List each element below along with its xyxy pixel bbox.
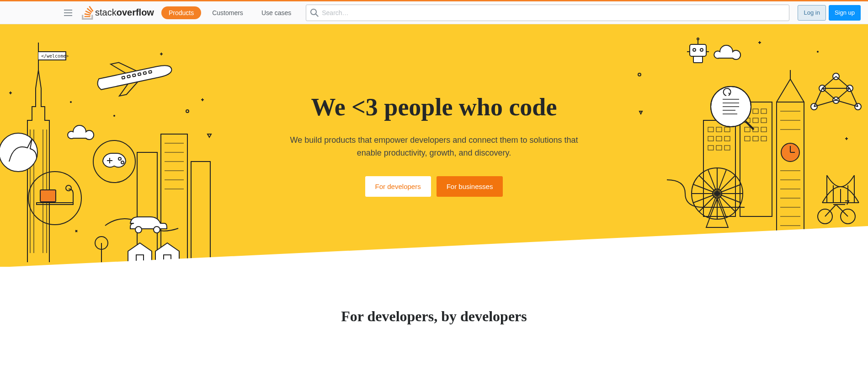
nav-customers[interactable]: Customers: [205, 6, 250, 19]
svg-rect-93: [724, 127, 730, 132]
svg-point-42: [700, 49, 703, 51]
hero-diagonal-cut: [0, 226, 868, 267]
svg-point-37: [70, 101, 72, 103]
svg-rect-91: [708, 127, 714, 132]
svg-rect-29: [149, 70, 152, 73]
svg-rect-78: [703, 120, 735, 216]
svg-point-44: [697, 38, 699, 40]
svg-rect-28: [143, 72, 146, 75]
svg-rect-80: [753, 109, 758, 113]
svg-point-51: [811, 103, 817, 110]
svg-point-9: [66, 185, 71, 191]
svg-rect-81: [761, 109, 767, 113]
svg-point-13: [118, 157, 121, 160]
logo-word-2: overflow: [117, 7, 154, 17]
svg-rect-27: [138, 73, 141, 76]
svg-rect-84: [761, 118, 767, 123]
svg-rect-92: [716, 127, 722, 132]
svg-rect-79: [745, 109, 750, 113]
svg-point-41: [693, 49, 696, 51]
hero-subtitle: We build products that empower developer…: [288, 134, 580, 160]
svg-point-14: [121, 161, 124, 164]
nav-usecases[interactable]: Use cases: [254, 6, 298, 19]
nav-products[interactable]: Products: [161, 6, 201, 19]
svg-point-127: [817, 51, 819, 53]
svg-line-113: [699, 175, 735, 212]
svg-rect-83: [753, 118, 758, 123]
svg-line-116: [708, 170, 726, 217]
svg-rect-88: [745, 136, 750, 141]
svg-rect-96: [724, 136, 730, 141]
svg-rect-97: [708, 146, 714, 150]
svg-rect-86: [753, 127, 758, 132]
svg-point-106: [711, 86, 751, 127]
section-title: For developers, by developers: [0, 308, 868, 325]
logo-word-1: stack: [95, 7, 117, 17]
svg-rect-99: [724, 146, 730, 150]
for-businesses-button[interactable]: For businesses: [437, 176, 503, 197]
hero: </welcome>: [0, 24, 868, 267]
search-container: [306, 5, 789, 21]
svg-point-38: [186, 110, 189, 113]
svg-rect-7: [37, 203, 73, 205]
header: stackoverflow Products Customers Use cas…: [0, 1, 868, 24]
svg-rect-62: [777, 102, 804, 239]
for-developers-section: For developers, by developers: [0, 267, 868, 343]
signup-button[interactable]: Sign up: [829, 5, 861, 21]
svg-point-5: [0, 133, 37, 172]
svg-rect-24: [122, 76, 125, 79]
svg-rect-95: [716, 136, 722, 141]
svg-line-59: [850, 88, 858, 107]
svg-line-61: [836, 100, 858, 107]
svg-rect-98: [716, 146, 722, 150]
svg-rect-40: [693, 56, 703, 63]
logo[interactable]: stackoverflow: [81, 6, 154, 20]
svg-point-48: [847, 85, 853, 92]
svg-point-100: [711, 86, 751, 127]
svg-rect-8: [40, 190, 56, 202]
svg-line-56: [822, 88, 836, 100]
svg-rect-87: [761, 127, 767, 132]
svg-line-117: [708, 170, 726, 217]
svg-line-57: [836, 88, 850, 100]
svg-point-108: [692, 168, 743, 219]
svg-rect-85: [745, 127, 750, 132]
for-developers-button[interactable]: For developers: [365, 176, 431, 197]
hero-title: We <3 people who code: [288, 93, 580, 121]
svg-point-124: [818, 209, 832, 224]
svg-rect-77: [740, 102, 772, 216]
svg-point-50: [833, 97, 839, 103]
svg-rect-90: [761, 136, 767, 141]
svg-marker-128: [0, 226, 868, 267]
svg-line-55: [836, 76, 850, 88]
svg-point-126: [638, 73, 641, 76]
svg-line-58: [814, 88, 822, 107]
welcome-flag-text: </welcome>: [41, 54, 69, 59]
login-button[interactable]: Log in: [798, 5, 825, 21]
svg-point-52: [855, 103, 861, 110]
svg-point-47: [819, 85, 825, 92]
svg-rect-26: [133, 74, 136, 77]
svg-point-36: [113, 115, 115, 117]
svg-line-112: [699, 175, 735, 212]
svg-line-54: [822, 76, 836, 88]
svg-rect-25: [127, 75, 130, 78]
svg-line-60: [814, 100, 836, 107]
svg-point-125: [841, 209, 855, 224]
svg-rect-39: [690, 44, 706, 56]
stackoverflow-icon: [81, 6, 94, 20]
svg-point-6: [28, 172, 81, 225]
search-input[interactable]: [306, 5, 789, 21]
menu-toggle[interactable]: [64, 7, 75, 18]
svg-rect-82: [745, 118, 750, 123]
svg-rect-89: [753, 136, 758, 141]
svg-point-64: [781, 143, 799, 162]
svg-line-114: [693, 184, 741, 203]
svg-point-10: [93, 140, 135, 183]
svg-line-107: [746, 121, 754, 129]
search-icon: [310, 9, 319, 17]
svg-point-109: [713, 189, 722, 198]
svg-point-49: [833, 73, 839, 80]
svg-line-115: [693, 184, 741, 203]
svg-rect-94: [708, 136, 714, 141]
